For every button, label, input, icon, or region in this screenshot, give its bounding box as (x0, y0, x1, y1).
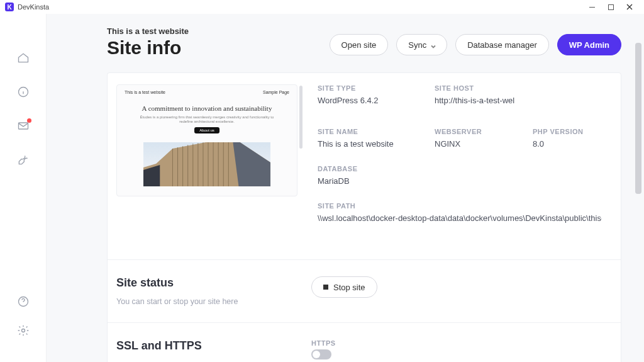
site-thumbnail: This is a test website Sample Page A com… (116, 84, 297, 196)
stop-site-button[interactable]: Stop site (311, 276, 377, 298)
main-content: This is a test website Site info Open si… (47, 14, 644, 362)
main-scrollbar[interactable] (635, 43, 641, 194)
site-path-value: \\wsl.localhost\docker-desktop-data\data… (318, 213, 602, 223)
svg-rect-0 (608, 4, 613, 9)
thumb-hero-title: A commitment to innovation and sustainab… (135, 105, 279, 113)
settings-icon[interactable] (17, 324, 30, 337)
site-name-value: This is a test website (318, 139, 412, 149)
webserver-value: NGINX (435, 139, 510, 149)
thumb-hero-image (143, 142, 270, 186)
ssl-title: SSL and HTTPS (116, 339, 299, 353)
site-path-label: SITE PATH (318, 202, 602, 210)
site-host-label: SITE HOST (435, 84, 602, 92)
window-titlebar: K DevKinsta (0, 0, 644, 14)
site-info-panel: This is a test website Sample Page A com… (107, 72, 621, 362)
sidebar (0, 14, 47, 362)
page-title: Site info (107, 37, 189, 59)
stop-site-label: Stop site (333, 283, 365, 292)
app-logo-icon: K (5, 3, 14, 11)
chevron-down-icon (430, 42, 435, 47)
thumb-hero-text: Études is a pioneering firm that seamles… (135, 115, 279, 124)
site-host-value[interactable]: http://this-is-a-test-wel (435, 96, 523, 105)
thumb-hero-button: About us (194, 127, 219, 133)
database-manager-button[interactable]: Database manager (455, 34, 549, 55)
app-title: DevKinsta (18, 3, 49, 11)
header-subtitle: This is a test website (107, 26, 189, 36)
database-value: MariaDB (318, 176, 393, 186)
window-close-button[interactable] (620, 0, 639, 14)
svg-marker-19 (232, 142, 270, 186)
site-type-value: WordPress 6.4.2 (318, 96, 412, 105)
sync-button[interactable]: Sync (396, 34, 447, 55)
site-status-title: Site status (116, 276, 299, 290)
thumbnail-scrollbar[interactable] (299, 86, 303, 149)
thumb-nav-link: Sample Page (263, 90, 289, 94)
sync-button-label: Sync (408, 40, 426, 50)
home-icon[interactable] (17, 52, 30, 64)
https-toggle[interactable] (311, 349, 331, 359)
svg-rect-2 (18, 123, 28, 129)
wrench-icon[interactable] (17, 154, 30, 166)
svg-point-4 (21, 329, 25, 332)
wp-admin-button[interactable]: WP Admin (557, 34, 621, 55)
site-name-label: SITE NAME (318, 128, 412, 135)
webserver-label: WEBSERVER (435, 128, 510, 135)
mail-icon[interactable] (17, 120, 30, 132)
https-toggle-label: HTTPS (311, 339, 612, 347)
thumb-site-name: This is a test website (125, 90, 165, 94)
php-version-value: 8.0 (533, 139, 608, 149)
open-site-button[interactable]: Open site (330, 34, 389, 55)
info-icon[interactable] (17, 86, 30, 98)
page-header: This is a test website Site info Open si… (107, 23, 621, 59)
database-label: DATABASE (318, 165, 393, 173)
site-status-subtitle: You can start or stop your site here (116, 297, 299, 306)
notification-badge (27, 118, 31, 123)
window-maximize-button[interactable] (601, 0, 620, 14)
header-actions: Open site Sync Database manager WP Admin (330, 23, 621, 55)
stop-icon (323, 285, 328, 290)
window-minimize-button[interactable] (582, 0, 601, 14)
site-type-label: SITE TYPE (318, 84, 412, 92)
php-version-label: PHP VERSION (533, 128, 608, 135)
help-icon[interactable] (17, 295, 30, 308)
